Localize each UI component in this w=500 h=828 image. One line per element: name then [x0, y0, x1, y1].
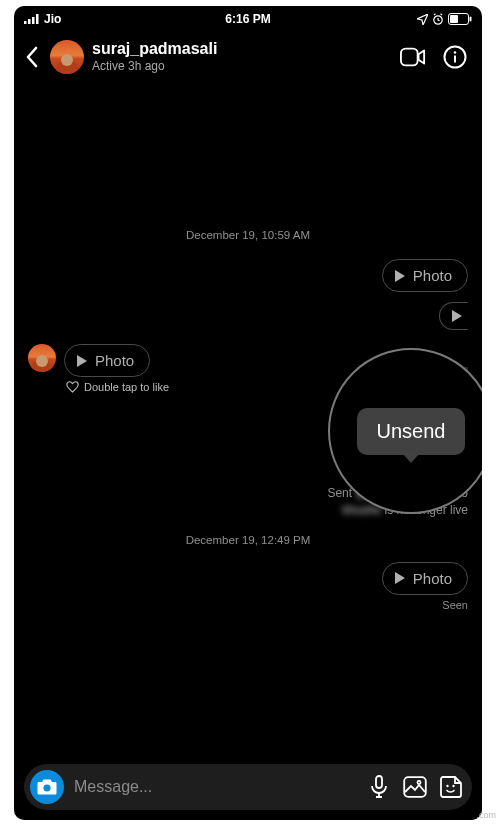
svg-point-15	[417, 781, 420, 784]
activity-status: Active 3h ago	[92, 60, 392, 74]
svg-rect-14	[404, 777, 426, 797]
svg-rect-8	[401, 49, 418, 66]
timestamp: December 19, 10:59 AM	[28, 229, 468, 241]
photo-pill[interactable]: Photo	[382, 562, 468, 595]
username: suraj_padmasali	[92, 40, 392, 58]
status-right	[323, 13, 472, 25]
video-call-button[interactable]	[400, 44, 426, 70]
play-icon	[395, 270, 405, 282]
message-input[interactable]	[74, 778, 356, 796]
user-block[interactable]: suraj_padmasali Active 3h ago	[92, 40, 392, 73]
sticker-button[interactable]	[438, 775, 464, 799]
carrier-name: Jio	[44, 12, 61, 26]
svg-rect-7	[469, 17, 471, 22]
photo-label: Photo	[95, 352, 134, 369]
voice-button[interactable]	[366, 775, 392, 799]
camera-button[interactable]	[30, 770, 64, 804]
chat-screen: Jio 6:16 PM suraj_padmasali Active 3h ag…	[14, 6, 482, 820]
clock: 6:16 PM	[173, 12, 322, 26]
alarm-icon	[432, 13, 444, 25]
seen-indicator: Seen	[28, 599, 468, 611]
play-icon	[452, 310, 462, 322]
chat-body[interactable]: December 19, 10:59 AM Photo Photo Double	[14, 229, 482, 820]
photo-pill-partial[interactable]	[439, 302, 468, 330]
unsend-menu-item[interactable]: Unsend	[357, 408, 466, 455]
sent-prefix: Sent	[327, 486, 352, 500]
watermark: .com	[476, 810, 496, 820]
info-button[interactable]	[442, 44, 468, 70]
play-icon	[395, 572, 405, 584]
avatar[interactable]	[50, 40, 84, 74]
back-button[interactable]	[24, 46, 42, 68]
sent-photo-3[interactable]: Photo	[28, 562, 468, 595]
svg-rect-0	[24, 21, 27, 24]
gallery-button[interactable]	[402, 776, 428, 798]
status-left: Jio	[24, 12, 173, 26]
sent-photo-2-partial[interactable]	[28, 302, 468, 330]
svg-point-10	[454, 51, 457, 54]
cellular-signal-icon	[24, 14, 40, 24]
svg-point-16	[446, 785, 448, 787]
unsend-label: Unsend	[377, 420, 446, 442]
timestamp: December 19, 12:49 PM	[28, 534, 468, 546]
svg-rect-3	[36, 14, 39, 24]
photo-label: Photo	[413, 267, 452, 284]
avatar-small[interactable]	[28, 344, 56, 372]
svg-point-17	[452, 785, 454, 787]
double-tap-label: Double tap to like	[84, 381, 169, 393]
magnified-tooltip: Unsend	[328, 348, 482, 514]
svg-point-12	[43, 784, 50, 791]
status-bar: Jio 6:16 PM	[14, 6, 482, 32]
svg-rect-6	[450, 15, 458, 23]
header-actions	[400, 44, 468, 70]
battery-icon	[448, 13, 472, 25]
sent-photo-1[interactable]: Photo	[28, 259, 468, 292]
message-composer	[24, 764, 472, 810]
play-icon	[77, 355, 87, 367]
svg-rect-1	[28, 19, 31, 24]
conversation-header: suraj_padmasali Active 3h ago	[14, 32, 482, 84]
photo-pill[interactable]: Photo	[64, 344, 150, 377]
heart-icon	[66, 381, 79, 393]
photo-label: Photo	[413, 570, 452, 587]
svg-rect-2	[32, 17, 35, 24]
svg-rect-13	[376, 776, 382, 788]
svg-rect-11	[454, 56, 456, 63]
location-arrow-icon	[417, 14, 428, 25]
photo-pill[interactable]: Photo	[382, 259, 468, 292]
